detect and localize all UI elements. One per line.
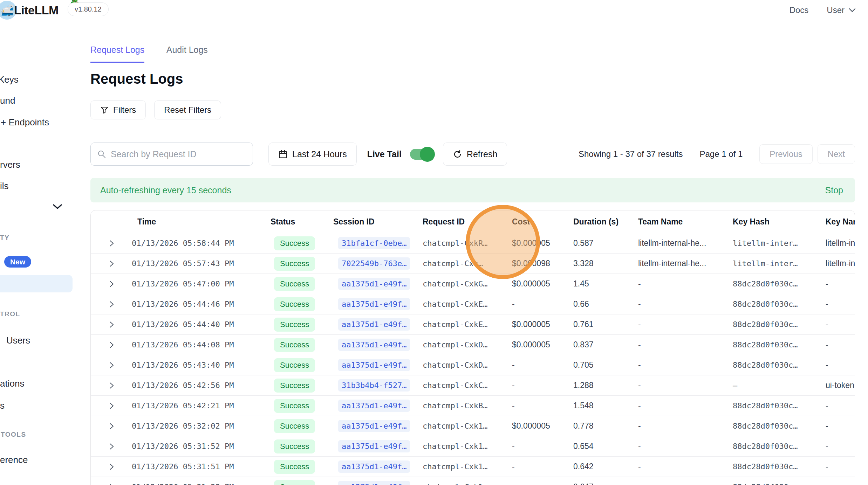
cell-session-id: aa1375d1-e49f…	[329, 339, 418, 351]
refresh-button[interactable]: Refresh	[443, 143, 507, 166]
filters-button[interactable]: Filters	[90, 101, 146, 119]
cell-key-name: -	[821, 340, 855, 349]
sidebar-collapse-chevron-icon[interactable]	[53, 204, 62, 209]
previous-page-button[interactable]: Previous	[759, 144, 812, 164]
session-id-link[interactable]: 7022549b-763e…	[338, 257, 410, 270]
cell-time: 01/13/2026 05:31:38 PM	[128, 483, 261, 485]
sidebar-item-internal-users[interactable]: Users	[6, 335, 30, 346]
toggle-knob	[420, 147, 435, 162]
user-menu[interactable]: User	[827, 5, 856, 15]
cell-time: 01/13/2026 05:44:40 PM	[128, 320, 261, 329]
cell-key-name: -	[821, 279, 855, 289]
session-id-link[interactable]: 31bfa1cf-0ebe…	[338, 237, 410, 249]
cell-session-id: 7022549b-763e…	[329, 257, 418, 270]
cell-time: 01/13/2026 05:44:08 PM	[128, 340, 261, 349]
cell-request-id: chatcmpl-CxkC…	[418, 381, 508, 390]
sidebar-item-mcp-servers[interactable]: rvers	[0, 159, 20, 170]
session-id-link[interactable]: aa1375d1-e49f…	[338, 359, 410, 371]
stop-auto-refresh-link[interactable]: Stop	[825, 185, 855, 195]
sidebar-item-models-endpoints[interactable]: + Endpoints	[1, 117, 49, 128]
status-badge: Success	[274, 318, 315, 332]
status-badge: Success	[274, 257, 315, 271]
sidebar-item-organizations[interactable]: ations	[0, 378, 24, 389]
session-id-link[interactable]: 31b3b4b4-f527…	[338, 379, 410, 392]
time-range-button[interactable]: Last 24 Hours	[268, 143, 357, 166]
row-expander[interactable]	[91, 442, 128, 451]
auto-refresh-message: Auto-refreshing every 15 seconds	[90, 185, 231, 195]
sidebar-item-virtual-keys[interactable]: Keys	[0, 74, 19, 85]
tab-request-logs[interactable]: Request Logs	[90, 45, 144, 63]
session-id-link[interactable]: aa1375d1-e49f…	[338, 339, 410, 351]
sidebar-section-access-control: TROL	[0, 310, 20, 318]
row-expander[interactable]	[91, 341, 128, 349]
cell-status: Success	[261, 419, 329, 433]
session-id-link[interactable]: aa1375d1-e49f…	[338, 481, 410, 485]
cell-key-hash: 88dc28d0f030c…	[729, 483, 821, 485]
tab-audit-logs[interactable]: Audit Logs	[166, 45, 208, 62]
row-expander[interactable]	[91, 300, 128, 309]
time-range-label: Last 24 Hours	[292, 149, 347, 159]
row-expander[interactable]	[91, 381, 128, 390]
docs-link[interactable]: Docs	[790, 5, 809, 15]
reset-filters-button[interactable]: Reset Filters	[154, 101, 221, 119]
cell-duration: 0.587	[569, 238, 634, 248]
row-expander[interactable]	[91, 463, 128, 471]
cell-time: 01/13/2026 05:32:02 PM	[128, 422, 261, 430]
header-status: Status	[261, 217, 329, 227]
logs-tabs: Request Logs Audit Logs	[90, 45, 855, 66]
row-expander[interactable]	[91, 259, 128, 268]
session-id-link[interactable]: aa1375d1-e49f…	[338, 400, 410, 412]
search-input[interactable]: Search by Request ID	[90, 143, 253, 166]
sidebar-item-teams[interactable]: s	[0, 400, 5, 411]
next-page-button[interactable]: Next	[818, 144, 855, 164]
row-expander[interactable]	[91, 280, 128, 288]
table-row: 01/13/2026 05:31:38 PM Success aa1375d1-…	[91, 477, 855, 485]
cell-team-name: -	[634, 279, 729, 289]
cell-key-name: -	[821, 421, 855, 431]
cell-key-name: -	[821, 442, 855, 451]
sidebar-item-inference[interactable]: erence	[0, 455, 28, 465]
row-expander[interactable]	[91, 422, 128, 430]
session-id-link[interactable]: aa1375d1-e49f…	[338, 440, 410, 452]
cell-cost: $0.000098	[508, 259, 569, 268]
row-expander[interactable]	[91, 361, 128, 369]
calendar-icon	[278, 150, 288, 159]
table-row: 01/13/2026 05:44:40 PM Success aa1375d1-…	[91, 314, 855, 334]
version-badge: v1.80.12	[68, 2, 109, 16]
status-badge: Success	[274, 297, 315, 311]
session-id-link[interactable]: aa1375d1-e49f…	[338, 420, 410, 432]
sidebar-section-tools: TOOLS	[1, 431, 26, 438]
cell-status: Success	[261, 439, 329, 453]
cell-duration: 0.705	[569, 360, 634, 370]
sidebar-item-guardrails[interactable]: ils	[0, 181, 9, 192]
header-key-name: Key Name	[821, 217, 855, 227]
header-session-id: Session ID	[329, 217, 418, 227]
row-expander[interactable]	[91, 483, 128, 485]
status-badge: Success	[274, 277, 315, 291]
sidebar-selected-item-logs[interactable]	[0, 275, 73, 292]
cell-key-hash: litellm-inter…	[729, 259, 821, 268]
session-id-link[interactable]: aa1375d1-e49f…	[338, 318, 410, 331]
row-expander[interactable]	[91, 320, 128, 329]
cell-key-hash: 88dc28d0f030c…	[729, 401, 821, 410]
status-badge: Success	[274, 460, 315, 474]
chevron-right-icon	[107, 463, 116, 471]
session-id-link[interactable]: aa1375d1-e49f…	[338, 298, 410, 310]
cell-request-id: chatcmpl-Cxk…	[418, 259, 508, 268]
cell-team-name: -	[634, 421, 729, 431]
chevron-right-icon	[107, 280, 116, 288]
cell-cost: $0.000005	[508, 320, 569, 329]
cell-session-id: aa1375d1-e49f…	[329, 420, 418, 432]
filters-button-label: Filters	[113, 105, 136, 115]
cell-time: 01/13/2026 05:42:56 PM	[128, 381, 261, 390]
live-tail-toggle[interactable]	[410, 149, 432, 160]
sidebar-item-playground[interactable]: und	[0, 95, 15, 106]
sidebar-section-observability: TY	[0, 234, 9, 242]
status-badge: Success	[274, 338, 315, 352]
session-id-link[interactable]: aa1375d1-e49f…	[338, 460, 410, 473]
cell-key-name: -	[821, 401, 855, 410]
session-id-link[interactable]: aa1375d1-e49f…	[338, 278, 410, 290]
row-expander[interactable]	[91, 239, 128, 248]
status-badge: Success	[274, 379, 315, 393]
row-expander[interactable]	[91, 402, 128, 410]
